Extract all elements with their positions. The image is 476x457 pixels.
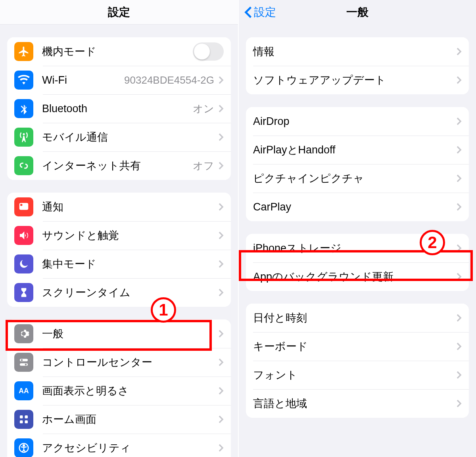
- back-button[interactable]: 設定: [244, 0, 276, 25]
- chevron-right-icon: [218, 203, 224, 211]
- chevron-right-icon: [218, 161, 224, 170]
- row-label: 情報: [253, 44, 274, 59]
- row-keyboard[interactable]: キーボード: [246, 332, 469, 361]
- page-title: 設定: [108, 5, 130, 20]
- row-focus[interactable]: 集中モード: [7, 250, 231, 278]
- navbar: 設定 一般: [239, 0, 476, 25]
- link-icon: [14, 156, 33, 175]
- chevron-right-icon: [218, 358, 224, 367]
- bluetooth-icon: [14, 99, 33, 118]
- chevron-right-icon: [218, 231, 224, 240]
- chevron-right-icon: [456, 399, 462, 408]
- chevron-right-icon: [456, 314, 462, 322]
- row-label: AirPlayとHandoff: [253, 143, 336, 157]
- settings-group-connectivity: 機内モード Wi-Fi 90324BDE4554-2G Bluetooth オン: [7, 37, 231, 180]
- wifi-icon: [14, 71, 33, 90]
- back-label: 設定: [254, 5, 276, 20]
- moon-icon: [14, 254, 33, 273]
- row-label: 画面表示と明るさ: [42, 384, 129, 398]
- page-title: 一般: [346, 5, 369, 20]
- row-screentime[interactable]: スクリーンタイム: [7, 278, 231, 307]
- row-cellular[interactable]: モバイル通信: [7, 123, 231, 151]
- row-fonts[interactable]: フォント: [246, 361, 469, 389]
- row-value: オフ: [193, 159, 214, 173]
- row-homescreen[interactable]: ホーム画面: [7, 405, 231, 434]
- row-datetime[interactable]: 日付と時刻: [246, 304, 469, 332]
- row-carplay[interactable]: CarPlay: [246, 193, 469, 221]
- row-label: Appのバックグラウンド更新: [253, 270, 393, 284]
- switches-icon: [14, 353, 33, 372]
- row-label: アクセシビリティ: [42, 441, 131, 455]
- row-label: Wi-Fi: [42, 74, 67, 86]
- row-bluetooth[interactable]: Bluetooth オン: [7, 94, 231, 123]
- row-language[interactable]: 言語と地域: [246, 389, 469, 418]
- chevron-right-icon: [218, 133, 224, 141]
- row-label: コントロールセンター: [42, 355, 152, 369]
- row-about[interactable]: 情報: [246, 37, 469, 66]
- row-controlcenter[interactable]: コントロールセンター: [7, 348, 231, 377]
- navbar: 設定: [0, 0, 238, 25]
- svg-rect-8: [25, 415, 28, 419]
- person-icon: [14, 438, 33, 457]
- row-label: スクリーンタイム: [42, 285, 131, 300]
- row-label: CarPlay: [253, 201, 291, 213]
- svg-point-4: [21, 359, 23, 361]
- chevron-right-icon: [456, 371, 462, 379]
- chevron-right-icon: [218, 444, 224, 452]
- row-label: iPhoneストレージ: [253, 241, 342, 255]
- row-value: オン: [193, 102, 214, 116]
- svg-text:AA: AA: [19, 387, 29, 395]
- chevron-right-icon: [218, 76, 224, 84]
- row-display[interactable]: AA 画面表示と明るさ: [7, 377, 231, 405]
- settings-screen: 設定 機内モード Wi-Fi 90324BDE4554-2G Bluetooth: [0, 0, 238, 457]
- row-label: ホーム画面: [42, 412, 96, 426]
- svg-rect-0: [19, 203, 29, 210]
- svg-rect-7: [20, 415, 23, 419]
- general-screen: 設定 一般 情報 ソフトウェアアップデート AirDrop AirPlayとHa…: [238, 0, 476, 457]
- airplane-toggle[interactable]: [193, 42, 224, 61]
- chevron-right-icon: [456, 244, 462, 252]
- annotation-number: 2: [428, 233, 437, 252]
- chevron-right-icon: [456, 342, 462, 351]
- row-label: 集中モード: [42, 257, 96, 271]
- chevron-right-icon: [456, 272, 462, 281]
- row-label: モバイル通信: [42, 130, 108, 144]
- chevron-right-icon: [218, 329, 224, 338]
- row-label: サウンドと触覚: [42, 228, 119, 243]
- annotation-callout-1: 1: [151, 297, 176, 323]
- chevron-right-icon: [456, 76, 462, 84]
- row-pip[interactable]: ピクチャインピクチャ: [246, 164, 469, 193]
- chevron-left-icon: [244, 6, 252, 19]
- row-airdrop[interactable]: AirDrop: [246, 107, 469, 136]
- row-wifi[interactable]: Wi-Fi 90324BDE4554-2G: [7, 66, 231, 94]
- airplane-icon: [14, 42, 33, 61]
- row-label: フォント: [253, 368, 298, 382]
- row-softwareupdate[interactable]: ソフトウェアアップデート: [246, 66, 469, 94]
- general-group-features: AirDrop AirPlayとHandoff ピクチャインピクチャ CarPl…: [246, 107, 469, 221]
- hourglass-icon: [14, 283, 33, 302]
- speaker-icon: [14, 226, 33, 245]
- row-label: 通知: [42, 200, 63, 214]
- svg-rect-9: [20, 421, 23, 424]
- row-sounds[interactable]: サウンドと触覚: [7, 221, 231, 250]
- row-label: インターネット共有: [42, 159, 141, 173]
- row-notifications[interactable]: 通知: [7, 193, 231, 221]
- row-value: 90324BDE4554-2G: [124, 74, 214, 86]
- row-airplay[interactable]: AirPlayとHandoff: [246, 136, 469, 164]
- general-group-info: 情報 ソフトウェアアップデート: [246, 37, 469, 94]
- row-accessibility[interactable]: アクセシビリティ: [7, 434, 231, 457]
- chevron-right-icon: [456, 145, 462, 154]
- row-label: キーボード: [253, 339, 308, 354]
- row-hotspot[interactable]: インターネット共有 オフ: [7, 151, 231, 180]
- row-label: AirDrop: [253, 115, 290, 128]
- chevron-right-icon: [456, 174, 462, 183]
- row-general[interactable]: 一般: [7, 319, 231, 348]
- row-label: 言語と地域: [253, 396, 307, 411]
- row-label: 機内モード: [42, 44, 96, 59]
- antenna-icon: [14, 128, 33, 147]
- chevron-right-icon: [218, 104, 224, 113]
- annotation-number: 1: [159, 300, 168, 319]
- row-airplane[interactable]: 機内モード: [7, 37, 231, 66]
- annotation-callout-2: 2: [420, 230, 445, 255]
- row-bgapprefresh[interactable]: Appのバックグラウンド更新: [246, 262, 469, 291]
